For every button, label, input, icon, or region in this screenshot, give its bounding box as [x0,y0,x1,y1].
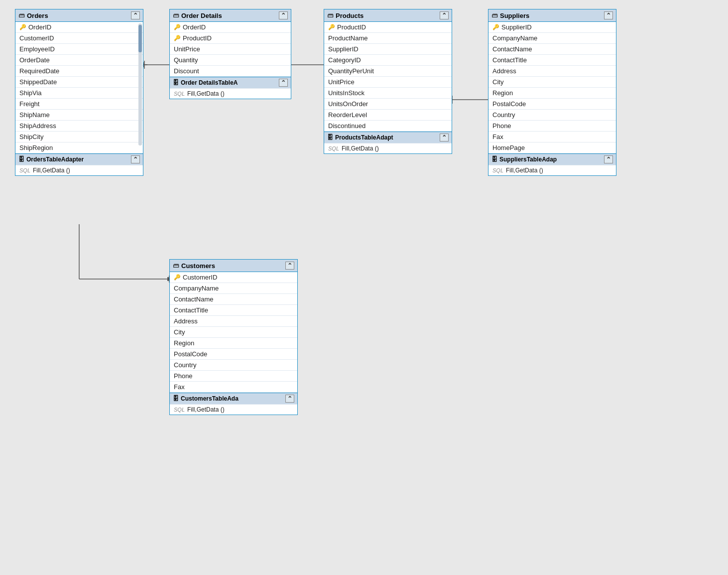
orders-table: 🗃 Orders ⌃ 🔑OrderID CustomerID EmployeeI… [15,9,143,176]
field-row: ContactName [170,294,297,305]
field-row: UnitPrice [170,44,291,55]
field-row: City [170,327,297,338]
field-row: ShippedDate [15,77,143,88]
orders-table-icon: 🗃 [18,12,24,19]
products-method: Fill,GetData () [342,145,379,152]
order-details-sql-icon: SQL [174,91,185,97]
order-details-title: Order Details [181,12,222,19]
field-row: 🔑OrderID [15,22,143,33]
products-sql-icon: SQL [328,145,339,151]
field-row: ShipName [15,110,143,121]
field-row: Address [488,66,616,77]
field-row: Region [488,88,616,99]
customers-sql-icon: SQL [174,407,185,413]
products-method-row: SQL Fill,GetData () [324,143,452,153]
key-icon: 🔑 [174,24,181,30]
field-row: ShipVia [15,88,143,99]
customers-adapter-icon: 🗄 [173,395,179,402]
field-row: Fax [488,132,616,143]
orders-collapse-btn[interactable]: ⌃ [131,11,140,19]
field-row: ReorderLevel [324,110,452,121]
order-details-collapse-btn[interactable]: ⌃ [279,11,288,19]
customers-header: 🗃 Customers ⌃ [170,260,297,272]
suppliers-fields: 🔑SupplierID CompanyName ContactName Cont… [488,22,616,153]
field-row: Discount [170,66,291,77]
customers-method-row: SQL Fill,GetData () [170,404,297,415]
suppliers-adapter-name: SuppliersTableAdap [499,156,557,163]
field-row: ShipAddress [15,121,143,132]
orders-adapter-name: OrdersTableAdapter [26,156,84,163]
field-row: Region [170,338,297,349]
customers-adapter-section: 🗄 CustomersTableAda ⌃ [170,393,297,404]
orders-sql-icon: SQL [19,167,30,173]
products-table-icon: 🗃 [327,12,333,19]
field-row: ContactName [488,44,616,55]
suppliers-table-icon: 🗃 [491,12,497,19]
orders-title: Orders [27,12,48,19]
order-details-adapter-collapse[interactable]: ⌃ [279,79,288,87]
field-row: UnitPrice [324,77,452,88]
suppliers-method: Fill,GetData () [506,167,543,174]
field-row: ShipRegion [15,143,143,153]
order-details-method-row: SQL Fill,GetData () [170,88,291,99]
field-row: Fax [170,382,297,393]
orders-adapter-icon: 🗄 [18,156,24,163]
field-row: HomePage [488,143,616,153]
field-row: UnitsOnOrder [324,99,452,110]
customers-fields: 🔑CustomerID CompanyName ContactName Cont… [170,272,297,393]
field-row: ShipCity [15,132,143,143]
field-row: CompanyName [170,283,297,294]
customers-adapter-collapse[interactable]: ⌃ [285,395,294,403]
customers-table-icon: 🗃 [173,262,179,269]
suppliers-table: 🗃 Suppliers ⌃ 🔑SupplierID CompanyName Co… [488,9,616,176]
orders-header: 🗃 Orders ⌃ [15,9,143,22]
products-title: Products [336,12,364,19]
key-icon: 🔑 [328,24,335,30]
key-icon: 🔑 [492,24,499,30]
field-row: Address [170,316,297,327]
field-row: 🔑ProductID [170,33,291,44]
field-row: Discontinued [324,121,452,132]
suppliers-method-row: SQL Fill,GetData () [488,165,616,175]
order-details-adapter-icon: 🗄 [173,79,179,86]
suppliers-collapse-btn[interactable]: ⌃ [604,11,613,19]
orders-adapter-collapse[interactable]: ⌃ [131,155,140,163]
products-adapter-name: ProductsTableAdapt [335,134,393,141]
suppliers-header: 🗃 Suppliers ⌃ [488,9,616,22]
key-icon: 🔑 [174,35,181,41]
products-collapse-btn[interactable]: ⌃ [440,11,449,19]
field-row: Country [170,360,297,371]
key-icon: 🔑 [174,274,181,281]
field-row: ContactTitle [488,55,616,66]
field-row: CompanyName [488,33,616,44]
field-row: PostalCode [488,99,616,110]
field-row: CategoryID [324,55,452,66]
field-row: SupplierID [324,44,452,55]
order-details-adapter-section: 🗄 Order DetailsTableA ⌃ [170,77,291,88]
field-row: OrderDate [15,55,143,66]
products-adapter-collapse[interactable]: ⌃ [440,134,449,142]
field-row: 🔑ProductID [324,22,452,33]
order-details-table-icon: 🗃 [173,12,179,19]
suppliers-adapter-collapse[interactable]: ⌃ [604,155,613,163]
diagram-canvas: 🗃 Orders ⌃ 🔑OrderID CustomerID EmployeeI… [0,0,728,575]
field-row: Quantity [170,55,291,66]
customers-table: 🗃 Customers ⌃ 🔑CustomerID CompanyName Co… [169,259,298,415]
field-row: ContactTitle [170,305,297,316]
field-row: PostalCode [170,349,297,360]
customers-title: Customers [181,262,215,270]
orders-adapter-section: 🗄 OrdersTableAdapter ⌃ [15,153,143,165]
field-row: 🔑OrderID [170,22,291,33]
field-row: RequiredDate [15,66,143,77]
products-adapter-icon: 🗄 [327,134,333,141]
field-row: Phone [170,371,297,382]
field-row: Country [488,110,616,121]
suppliers-sql-icon: SQL [492,167,503,173]
field-row: UnitsInStock [324,88,452,99]
suppliers-adapter-icon: 🗄 [491,156,497,163]
suppliers-adapter-section: 🗄 SuppliersTableAdap ⌃ [488,153,616,165]
field-row: Freight [15,99,143,110]
orders-method: Fill,GetData () [33,167,70,174]
customers-collapse-btn[interactable]: ⌃ [285,262,294,270]
customers-adapter-name: CustomersTableAda [181,395,239,402]
